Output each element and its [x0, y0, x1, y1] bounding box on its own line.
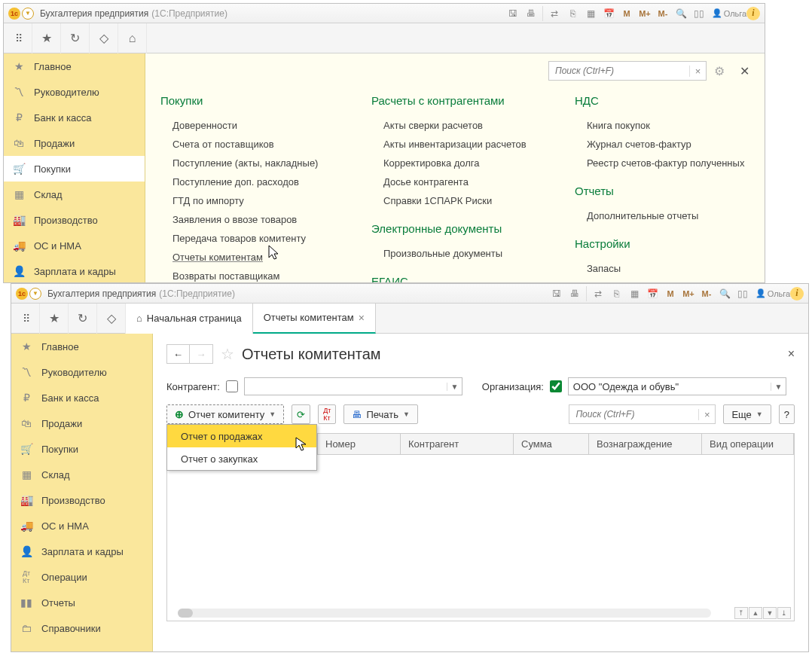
- link-additional-reports[interactable]: Дополнительные отчеты: [575, 206, 748, 225]
- print-icon[interactable]: 🖶: [568, 288, 582, 300]
- app-menu-dropdown[interactable]: ▼: [29, 288, 41, 300]
- link-gtd[interactable]: ГТД по импорту: [160, 191, 341, 210]
- panels-icon[interactable]: ▯▯: [736, 288, 749, 300]
- favorite-icon[interactable]: ★: [32, 23, 61, 53]
- home-icon[interactable]: ⌂: [118, 23, 147, 53]
- sidebar-item-main[interactable]: ★Главное: [4, 53, 145, 79]
- notifications-icon[interactable]: ◇: [90, 23, 118, 53]
- help-button[interactable]: ?: [779, 404, 795, 424]
- compare-icon[interactable]: ⇄: [548, 8, 561, 20]
- sidebar-item-production[interactable]: 🏭Производство: [11, 487, 152, 513]
- print-button[interactable]: 🖶 Печать ▼: [343, 404, 418, 424]
- memory-m-button[interactable]: M: [620, 8, 633, 20]
- search-input[interactable]: [549, 66, 689, 76]
- col-number[interactable]: Номер: [318, 434, 401, 454]
- org-combo[interactable]: ООО "Одежда и обувь" ▼: [568, 377, 786, 395]
- sidebar-item-production[interactable]: 🏭Производство: [4, 207, 145, 233]
- chevron-down-icon[interactable]: ▼: [771, 383, 786, 391]
- info-icon[interactable]: i: [790, 287, 804, 301]
- link-dossier[interactable]: Досье контрагента: [371, 172, 545, 191]
- sidebar-item-purchases[interactable]: 🛒Покупки: [11, 436, 152, 462]
- clear-icon[interactable]: ×: [689, 66, 706, 77]
- list-search-input[interactable]: [569, 409, 698, 420]
- sidebar-item-hr[interactable]: 👤Зарплата и кадры: [11, 539, 152, 564]
- horizontal-scrollbar[interactable]: [178, 609, 711, 618]
- org-checkbox[interactable]: [550, 380, 562, 392]
- link-invoice-journal[interactable]: Журнал счетов-фактур: [575, 135, 748, 154]
- col-sum[interactable]: Сумма: [514, 434, 589, 454]
- link-spark[interactable]: Справки 1СПАРК Риски: [371, 191, 545, 210]
- calc-icon[interactable]: ▦: [627, 288, 641, 300]
- dtkt-button[interactable]: ДтКт: [318, 404, 336, 424]
- sidebar-item-main[interactable]: ★Главное: [11, 334, 152, 359]
- link-stocks[interactable]: Запасы: [575, 259, 748, 278]
- link-import-declare[interactable]: Заявления о ввозе товаров: [160, 210, 341, 229]
- link-proxies[interactable]: Доверенности: [160, 116, 341, 135]
- sidebar-item-operations[interactable]: ДтКтОперации: [11, 564, 152, 590]
- close-panel-icon[interactable]: ✕: [740, 64, 749, 78]
- sidebar-item-catalogs[interactable]: 🗀Справочники: [11, 615, 152, 641]
- zoom-icon[interactable]: 🔍: [674, 8, 688, 20]
- gear-icon[interactable]: ⚙: [714, 64, 725, 78]
- history-icon[interactable]: ↻: [69, 304, 97, 334]
- app-menu-dropdown[interactable]: ▼: [22, 8, 34, 20]
- menu-item-sales-report[interactable]: Отчет о продажах: [167, 425, 316, 447]
- clear-icon[interactable]: ×: [698, 409, 715, 420]
- copy-icon[interactable]: ⎘: [566, 8, 579, 20]
- link-extra-costs[interactable]: Поступление доп. расходов: [160, 172, 341, 191]
- calendar-icon[interactable]: 📅: [646, 288, 659, 300]
- calendar-icon[interactable]: 📅: [602, 8, 615, 20]
- section-egais[interactable]: ЕГАИС: [371, 275, 545, 282]
- memory-m-button[interactable]: M: [664, 288, 677, 300]
- panels-icon[interactable]: ▯▯: [692, 8, 706, 20]
- link-invoice-register[interactable]: Реестр счетов-фактур полученных: [575, 154, 748, 172]
- user-icon[interactable]: 👤: [710, 8, 724, 20]
- sidebar-item-assets[interactable]: 🚚ОС и НМА: [11, 513, 152, 539]
- tab-close-icon[interactable]: ×: [359, 312, 365, 324]
- notifications-icon[interactable]: ◇: [97, 304, 126, 334]
- more-button[interactable]: Еще ▼: [723, 404, 771, 424]
- info-icon[interactable]: i: [746, 7, 760, 20]
- section-settings[interactable]: Настройки: [575, 237, 748, 250]
- calc-icon[interactable]: ▦: [584, 8, 597, 20]
- scroll-top-button[interactable]: ⤒: [734, 607, 748, 619]
- favorite-page-icon[interactable]: ☆: [221, 345, 234, 363]
- section-settlements[interactable]: Расчеты с контрагентами: [371, 94, 545, 107]
- link-purchase-book[interactable]: Книга покупок: [575, 116, 748, 135]
- save-icon[interactable]: 🖫: [506, 8, 520, 20]
- memory-mplus-button[interactable]: M+: [682, 288, 695, 300]
- memory-mminus-button[interactable]: M-: [656, 8, 670, 20]
- print-icon[interactable]: 🖶: [524, 8, 538, 20]
- zoom-icon[interactable]: 🔍: [718, 288, 731, 300]
- refresh-button[interactable]: ⟳: [292, 404, 310, 424]
- sidebar-item-bank[interactable]: ₽Банк и касса: [11, 385, 152, 410]
- link-supplier-invoices[interactable]: Счета от поставщиков: [160, 135, 341, 154]
- sidebar-item-warehouse[interactable]: ▦Склад: [11, 462, 152, 487]
- list-search-box[interactable]: ×: [569, 404, 716, 424]
- link-committent-reports[interactable]: Отчеты комитентам: [160, 248, 341, 267]
- tab-home[interactable]: ⌂ Начальная страница: [126, 304, 253, 334]
- chevron-down-icon[interactable]: ▼: [447, 383, 462, 391]
- scroll-down-button[interactable]: ▼: [763, 607, 777, 619]
- memory-mminus-button[interactable]: M-: [700, 288, 713, 300]
- tab-reports[interactable]: Отчеты комитентам ×: [253, 304, 376, 334]
- sidebar-item-purchases[interactable]: 🛒Покупки: [4, 156, 145, 182]
- memory-mplus-button[interactable]: M+: [638, 8, 652, 20]
- sidebar-item-manager[interactable]: 〽Руководителю: [11, 359, 152, 385]
- forward-button[interactable]: →: [190, 345, 212, 363]
- user-icon[interactable]: 👤: [754, 288, 768, 300]
- link-debt-correction[interactable]: Корректировка долга: [371, 154, 545, 172]
- user-name[interactable]: Ольга: [772, 288, 786, 300]
- apps-icon[interactable]: ⠿: [4, 23, 32, 53]
- compare-icon[interactable]: ⇄: [591, 288, 605, 300]
- sidebar-item-warehouse[interactable]: ▦Склад: [4, 182, 145, 207]
- section-reports[interactable]: Отчеты: [575, 185, 748, 197]
- section-edoc[interactable]: Электронные документы: [371, 222, 545, 235]
- col-optype[interactable]: Вид операции: [702, 434, 794, 454]
- link-supplier-returns[interactable]: Возвраты поставщикам: [160, 267, 341, 282]
- link-receipts[interactable]: Поступление (акты, накладные): [160, 154, 341, 172]
- sidebar-item-sales[interactable]: 🛍Продажи: [11, 410, 152, 436]
- search-box[interactable]: ×: [548, 61, 707, 81]
- user-name[interactable]: Ольга: [728, 8, 742, 20]
- link-arbitrary-docs[interactable]: Произвольные документы: [371, 244, 545, 263]
